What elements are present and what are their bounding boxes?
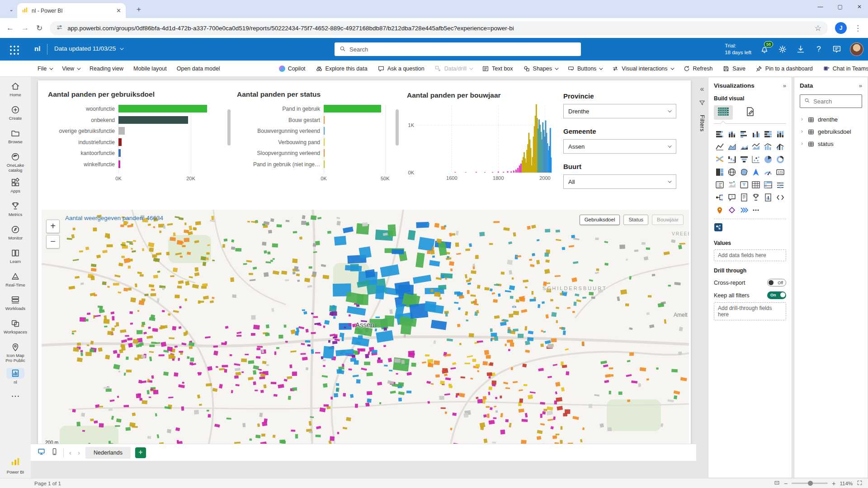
menu-item-explore-this-data[interactable]: Explore this data <box>311 61 373 77</box>
data-table-status[interactable]: status <box>800 138 862 150</box>
data-updated-menu[interactable]: Data updated 11/03/25 <box>54 45 123 52</box>
reload-icon[interactable]: ↻ <box>36 23 42 33</box>
column-bar[interactable] <box>465 172 467 173</box>
visual-type-field-parameters[interactable] <box>775 180 786 190</box>
sidebar-item-more[interactable] <box>0 389 31 413</box>
visual-aantal-panden-per-bouwjaar[interactable]: 1K0K160018002000 <box>401 101 557 194</box>
bar-2[interactable] <box>118 127 125 135</box>
visual-aantal-panden-per-gebruiksdoel[interactable]: Aantal panden per gebruiksdoel 0K20Kwoon… <box>42 90 229 200</box>
visual-type-card[interactable]: 123 <box>775 167 786 177</box>
bar-5[interactable] <box>324 160 325 168</box>
visual-type-map[interactable] <box>726 167 737 177</box>
zoom-slider-thumb[interactable] <box>808 481 813 486</box>
visual-type-funnel-chart[interactable] <box>739 155 750 164</box>
column-bar[interactable] <box>550 157 552 173</box>
visual-type-line-chart[interactable] <box>714 142 725 152</box>
new-tab-button[interactable]: + <box>134 5 144 14</box>
visual-type-scatter-chart[interactable] <box>750 155 761 164</box>
menu-item-view[interactable]: View <box>57 61 85 77</box>
site-info-icon[interactable] <box>56 24 63 33</box>
bar-1[interactable] <box>118 116 188 124</box>
visual-type-table[interactable] <box>750 180 761 190</box>
browser-menu-icon[interactable]: ⋮ <box>854 23 862 33</box>
visual-type-100-stacked-column-chart[interactable] <box>775 129 786 139</box>
maximize-icon[interactable]: ▢ <box>838 4 843 10</box>
visual-aantal-panden-per-status[interactable]: Aantal panden per status 0K50KPand in ge… <box>233 90 395 200</box>
visual-type-100-stacked-bar-chart[interactable] <box>763 129 774 139</box>
sidebar-item-real-time[interactable]: Real-Time <box>0 270 31 293</box>
expand-pane-icon[interactable]: « <box>700 85 704 93</box>
column-bar[interactable] <box>503 172 504 173</box>
menu-item-refresh[interactable]: Refresh <box>678 61 718 77</box>
column-bar[interactable] <box>510 171 512 173</box>
previous-page-icon[interactable]: ‹ <box>68 449 72 456</box>
zoom-out-icon[interactable]: − <box>784 480 788 487</box>
sidebar-item-workloads[interactable]: Workloads <box>0 293 31 317</box>
menu-item-visual-interactions[interactable]: Visual interactions <box>607 61 678 77</box>
menu-item-reading-view[interactable]: Reading view <box>85 61 128 77</box>
web-layout-icon[interactable] <box>37 447 46 458</box>
visual-type-stacked-area-chart[interactable] <box>739 142 750 152</box>
sidebar-item-browse[interactable]: Browse <box>0 127 31 150</box>
next-page-icon[interactable]: › <box>77 449 81 456</box>
column-bar[interactable] <box>517 168 519 173</box>
menu-item-ask-a-question[interactable]: Ask a question <box>373 61 429 77</box>
bar-3[interactable] <box>324 138 325 146</box>
forward-icon[interactable]: → <box>21 23 29 33</box>
visual-type-stacked-column-chart[interactable] <box>726 129 737 139</box>
slicer-dropdown-gemeente[interactable]: Assen <box>563 139 676 154</box>
visual-type-icon-map-pro[interactable] <box>714 223 786 234</box>
visual-type-treemap[interactable] <box>714 167 725 177</box>
download-icon[interactable] <box>796 44 806 54</box>
data-table-gebruiksdoel[interactable]: gebruiksdoel <box>800 126 862 138</box>
global-search-input[interactable]: Search <box>335 42 581 56</box>
sidebar-item-monitor[interactable]: Monitor <box>0 223 31 246</box>
bar-3[interactable] <box>118 138 122 146</box>
mobile-layout-icon[interactable] <box>50 447 59 458</box>
visual-type-more-visuals[interactable] <box>750 205 761 215</box>
new-page-button[interactable]: + <box>135 447 146 458</box>
back-icon[interactable]: ← <box>6 23 14 33</box>
column-bar[interactable] <box>498 172 499 173</box>
data-table-drenthe[interactable]: drenthe <box>800 113 862 126</box>
visual-type-qa-visual[interactable]: ? <box>726 192 737 202</box>
bar-5[interactable] <box>118 160 120 168</box>
sidebar-item-workspaces[interactable]: Workspaces <box>0 317 31 340</box>
column-bar[interactable] <box>513 170 514 173</box>
visual-type-decomposition-tree[interactable] <box>714 192 725 202</box>
visual-type-clustered-bar-chart[interactable] <box>739 129 750 139</box>
menu-item-buttons[interactable]: Buttons <box>562 61 607 77</box>
keep-all-filters-toggle[interactable]: On <box>767 291 786 299</box>
menu-item-chat-in-teams[interactable]: TChat in Teams <box>818 61 868 77</box>
visual-type-waterfall-chart[interactable] <box>726 155 737 164</box>
filters-pane-label[interactable]: Filters <box>699 115 705 132</box>
menu-item-shapes[interactable]: Shapes <box>518 61 562 77</box>
collapse-panel-icon[interactable]: » <box>859 82 862 89</box>
sidebar-item-metrics[interactable]: Metrics <box>0 199 31 223</box>
visual-type-arcgis-map[interactable] <box>714 205 725 215</box>
visual-type-paginated-report[interactable] <box>763 192 774 202</box>
tab-search-icon[interactable]: ⌄ <box>6 5 16 14</box>
bar-0[interactable] <box>118 105 207 113</box>
visual-type-pie-chart[interactable] <box>763 155 774 164</box>
add-data-fields-well[interactable]: Add data fields here <box>714 249 786 261</box>
column-bar[interactable] <box>484 172 486 173</box>
tab-format-visual[interactable] <box>745 106 755 119</box>
visual-type-filled-map[interactable] <box>739 167 750 177</box>
fit-to-page-icon[interactable] <box>774 480 780 487</box>
sidebar-item-home[interactable]: Home <box>0 80 31 103</box>
column-bar[interactable] <box>520 164 522 173</box>
browser-profile-avatar[interactable]: J <box>835 22 847 34</box>
collapse-panel-icon[interactable]: » <box>783 82 786 89</box>
column-bar[interactable] <box>519 165 520 173</box>
column-bar[interactable] <box>507 171 508 173</box>
visual-type-stacked-bar-chart[interactable] <box>714 129 725 139</box>
data-search-input[interactable]: Search <box>800 94 862 108</box>
visual-type-donut-chart[interactable] <box>775 155 786 164</box>
column-bar[interactable] <box>492 172 493 173</box>
page-tab-nederlands[interactable]: Nederlands <box>85 447 131 459</box>
chevron-right-icon[interactable] <box>800 141 804 147</box>
chevron-right-icon[interactable] <box>800 117 804 123</box>
cross-report-toggle[interactable]: Off <box>767 279 786 286</box>
visual-type-line-and-clustered-column-chart[interactable] <box>775 142 786 152</box>
